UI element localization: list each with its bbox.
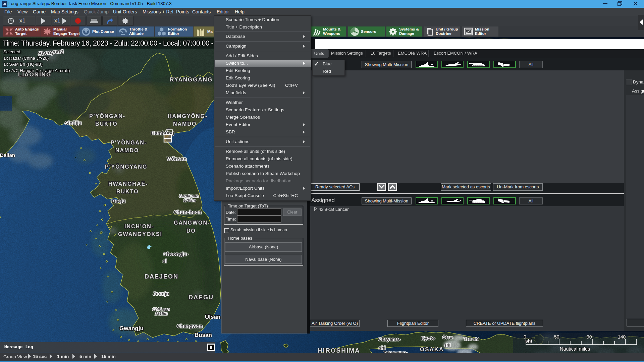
svg-text:Dalian: Dalian [0, 152, 15, 158]
svg-text:BUKTO: BUKTO [95, 121, 118, 127]
svg-text:DAEJEON: DAEJEON [145, 273, 178, 280]
svg-text:1915m: 1915m [155, 311, 168, 316]
svg-text:Gwangju: Gwangju [119, 325, 144, 331]
svg-text:Jeonju: Jeonju [153, 291, 169, 296]
svg-text:50: 50 [554, 334, 559, 340]
svg-text:Busan: Busan [195, 332, 212, 338]
svg-text:Okayama-: Okayama- [378, 337, 400, 342]
svg-text:Haeju: Haeju [112, 198, 125, 204]
svg-text:90: 90 [587, 334, 592, 340]
svg-text:Chiri-san: Chiri-san [152, 307, 170, 312]
svg-text:P'YŎNGAN-: P'YŎNGAN- [89, 113, 125, 119]
svg-text:Tsu-shi: Tsu-shi [464, 337, 479, 342]
svg-text:DO: DO [186, 228, 196, 234]
svg-text:P'YŎNGAN-: P'YŎNGAN- [111, 139, 147, 145]
svg-text:NAMDO: NAMDO [115, 147, 139, 153]
svg-text:OSAKA: OSAKA [420, 346, 444, 353]
svg-text:GANGWON-: GANGWON- [174, 220, 210, 226]
svg-text:shi: shi [444, 343, 450, 348]
svg-text:1708m: 1708m [183, 198, 196, 203]
svg-text:Cheongju-: Cheongju- [163, 251, 188, 257]
svg-text:NAMDO: NAMDO [173, 121, 197, 127]
svg-text:140: 140 [618, 334, 626, 340]
svg-text:DAEGU: DAEGU [189, 294, 214, 301]
svg-text:INCH'ON-: INCH'ON- [124, 224, 154, 229]
svg-text:Ulsan: Ulsan [205, 314, 220, 320]
svg-text:P'YŎNGYANG: P'YŎNGYANG [105, 164, 147, 170]
svg-text:RYANGGANG: RYANGGANG [170, 76, 213, 83]
svg-text:si: si [163, 258, 167, 264]
svg-text:Ōtsu-: Ōtsu- [442, 335, 454, 340]
svg-text:shi: shi [525, 338, 532, 344]
svg-text:Sorak-san: Sorak-san [179, 194, 199, 198]
svg-text:Chuncheon: Chuncheon [174, 209, 202, 215]
svg-text:shi: shi [379, 345, 385, 351]
svg-text:GWANGYOKSI: GWANGYOKSI [118, 231, 162, 237]
svg-text:0: 0 [524, 334, 526, 340]
svg-text:Sinŭiju: Sinŭiju [65, 120, 82, 126]
svg-text:Changwon: Changwon [177, 323, 203, 329]
svg-text:HAMGYŎNG-: HAMGYŎNG- [168, 113, 208, 119]
svg-text:Kyoto: Kyoto [421, 335, 435, 341]
svg-text:HWANGHAE-: HWANGHAE- [108, 181, 148, 187]
svg-text:BUKTO: BUKTO [116, 189, 139, 194]
svg-text:Nautical miles: Nautical miles [560, 346, 590, 352]
svg-text:Wŏnsan: Wŏnsan [167, 156, 186, 162]
